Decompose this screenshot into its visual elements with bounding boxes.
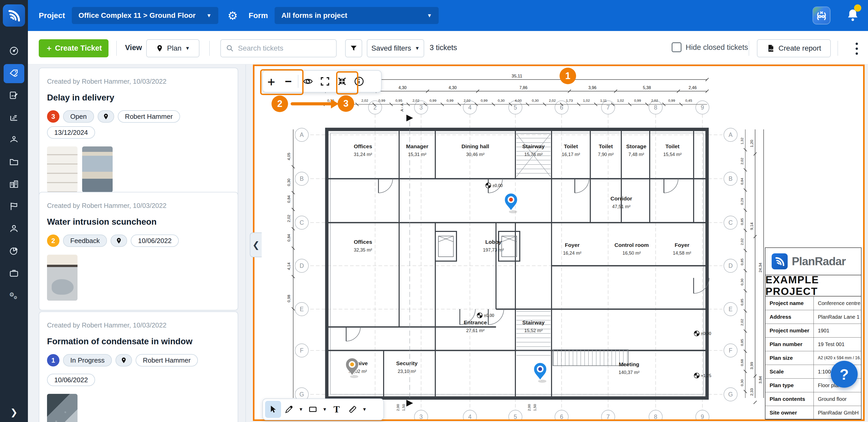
search-icon bbox=[226, 44, 234, 52]
planradar-logo[interactable] bbox=[3, 4, 25, 27]
sidebar-item-person-pin[interactable] bbox=[4, 131, 24, 150]
titleblock-row: Plan contentsGround floor bbox=[766, 392, 861, 406]
ticket-photo-window-sill[interactable] bbox=[47, 255, 78, 301]
due-date-chip[interactable]: 13/12/2024 bbox=[47, 126, 95, 139]
form-selector[interactable]: All forms in project ▼ bbox=[275, 7, 439, 24]
status-chip[interactable]: Open bbox=[63, 110, 94, 123]
ticket-photos bbox=[47, 147, 230, 192]
collapse-panel-handle[interactable]: ❮ bbox=[250, 232, 262, 257]
location-pin-chip[interactable] bbox=[111, 234, 127, 247]
ticket-card[interactable]: Created by Robert Hammer, 10/03/2022Dela… bbox=[39, 68, 238, 202]
ticket-card[interactable]: Created by Robert Hammer, 10/03/2022Wate… bbox=[39, 192, 238, 311]
saved-filters-dropdown[interactable]: Saved filters ▼ bbox=[367, 39, 424, 57]
fullscreen-button[interactable] bbox=[316, 72, 334, 90]
svg-text:140,37 m²: 140,37 m² bbox=[618, 370, 640, 375]
svg-text:Offices: Offices bbox=[354, 239, 372, 245]
status-chip[interactable]: In Progress bbox=[63, 354, 112, 366]
svg-text:2,00: 2,00 bbox=[396, 404, 400, 411]
filter-button[interactable] bbox=[345, 39, 362, 57]
svg-text:2,33: 2,33 bbox=[749, 388, 754, 396]
search-input[interactable] bbox=[238, 44, 334, 53]
ticket-photo-office-window[interactable] bbox=[82, 147, 113, 192]
assignee-chip[interactable]: Robert Hammer bbox=[135, 354, 198, 366]
help-button[interactable]: ? bbox=[831, 361, 858, 388]
text-tool[interactable]: T bbox=[329, 401, 345, 418]
svg-text:7: 7 bbox=[607, 104, 610, 111]
form-label: Form bbox=[249, 11, 268, 20]
hide-closed-checkbox[interactable] bbox=[672, 42, 681, 52]
measure-tool-dropdown[interactable]: ▼ bbox=[361, 407, 368, 412]
svg-text:+1,25: +1,25 bbox=[701, 374, 711, 378]
flag-icon bbox=[9, 201, 19, 212]
project-selector[interactable]: Office Complex 11 > Ground Floor ▼ bbox=[72, 7, 218, 24]
svg-text:0,99: 0,99 bbox=[378, 99, 385, 102]
tickets-toolbar: ＋ Create Ticket View Plan ▼ Saved filter… bbox=[28, 31, 868, 64]
more-options-kebab-icon[interactable] bbox=[849, 41, 864, 56]
svg-text:6: 6 bbox=[560, 104, 563, 111]
sidebar-item-folder[interactable] bbox=[4, 153, 24, 172]
svg-text:1,02: 1,02 bbox=[617, 99, 624, 102]
hide-closed-toggle[interactable]: Hide closed tickets bbox=[672, 42, 748, 52]
svg-text:Foyer: Foyer bbox=[675, 242, 689, 248]
divider bbox=[749, 41, 749, 56]
due-date-chip[interactable]: 10/06/2022 bbox=[131, 234, 179, 247]
status-chip[interactable]: Feedback bbox=[63, 234, 107, 247]
location-pin-chip[interactable] bbox=[116, 354, 132, 366]
plan-viewer[interactable]: Offices31,24 m²Manager15,31 m²Dining hal… bbox=[253, 65, 865, 421]
svg-text:1,11: 1,11 bbox=[600, 99, 607, 102]
sidebar-item-forms[interactable] bbox=[4, 86, 24, 105]
svg-text:16,50 m²: 16,50 m² bbox=[622, 251, 641, 256]
svg-text:32,35 m²: 32,35 m² bbox=[354, 248, 372, 253]
sidebar-item-person[interactable] bbox=[4, 220, 24, 239]
sidebar-item-dashboard[interactable] bbox=[4, 42, 24, 61]
svg-text:0,68: 0,68 bbox=[740, 359, 744, 366]
view-mode-dropdown[interactable]: Plan ▼ bbox=[146, 39, 199, 57]
ticket-photo-brick[interactable] bbox=[47, 147, 78, 192]
sidebar-item-buildings[interactable] bbox=[4, 175, 24, 194]
svg-text:7,86: 7,86 bbox=[519, 86, 527, 90]
annotation-step-2: 2 bbox=[272, 96, 288, 112]
project-settings-gear-icon[interactable]: ⚙ bbox=[227, 9, 238, 22]
sidebar-expand-chevron-icon[interactable]: ❯ bbox=[0, 407, 28, 417]
create-ticket-button[interactable]: ＋ Create Ticket bbox=[39, 39, 108, 57]
select-cursor-tool[interactable] bbox=[265, 401, 281, 418]
sidebar-item-tickets[interactable] bbox=[4, 64, 24, 83]
due-date-chip[interactable]: 10/06/2022 bbox=[47, 374, 95, 386]
pen-tool-dropdown[interactable]: ▼ bbox=[297, 407, 305, 412]
assignee-chip[interactable]: Robert Hammer bbox=[118, 110, 180, 123]
sidebar-item-gears[interactable]: ⚙⚙ bbox=[4, 286, 24, 305]
gears-icon: ⚙⚙ bbox=[9, 290, 19, 301]
svg-text:4,14: 4,14 bbox=[286, 262, 291, 270]
pen-tool[interactable] bbox=[281, 401, 297, 418]
shape-tool-dropdown[interactable]: ▼ bbox=[321, 407, 329, 412]
svg-text:G: G bbox=[728, 391, 733, 398]
ticket-title: Water intrusion scuncheon bbox=[47, 217, 230, 227]
person-icon bbox=[9, 224, 19, 234]
svg-text:Lobby: Lobby bbox=[486, 239, 502, 245]
svg-text:±0,00: ±0,00 bbox=[701, 331, 711, 336]
notifications-bell-icon[interactable] bbox=[847, 8, 859, 23]
svg-text:0,99: 0,99 bbox=[447, 99, 454, 102]
ticket-photo-condensate[interactable] bbox=[47, 394, 78, 422]
measure-ruler-tool[interactable] bbox=[345, 401, 361, 418]
sidebar-item-briefcase[interactable] bbox=[4, 264, 24, 283]
create-report-button[interactable]: PDF Create report bbox=[757, 39, 831, 57]
svg-text:197,73 m²: 197,73 m² bbox=[483, 248, 504, 253]
app-switcher-button[interactable] bbox=[813, 7, 830, 24]
rectangle-tool[interactable] bbox=[305, 401, 321, 418]
view-mode-value: Plan bbox=[167, 44, 182, 53]
svg-text:0,30: 0,30 bbox=[740, 379, 744, 386]
chevron-down-icon: ▼ bbox=[415, 45, 420, 51]
person-pin-icon bbox=[9, 135, 19, 145]
project-label: Project bbox=[39, 11, 65, 20]
plan-ticket-marker bbox=[346, 358, 359, 378]
sidebar-item-pie-chart[interactable] bbox=[4, 242, 24, 261]
ticket-card[interactable]: Created by Robert Hammer, 10/03/2022Form… bbox=[39, 312, 238, 422]
sidebar-item-flag[interactable] bbox=[4, 197, 24, 217]
sidebar-item-statistics[interactable] bbox=[4, 108, 24, 128]
dashboard-icon bbox=[9, 46, 19, 57]
annotation-box-zoom bbox=[260, 69, 304, 95]
svg-text:Control room: Control room bbox=[615, 242, 649, 248]
svg-text:⚙: ⚙ bbox=[13, 295, 17, 300]
location-pin-chip[interactable] bbox=[98, 110, 114, 123]
